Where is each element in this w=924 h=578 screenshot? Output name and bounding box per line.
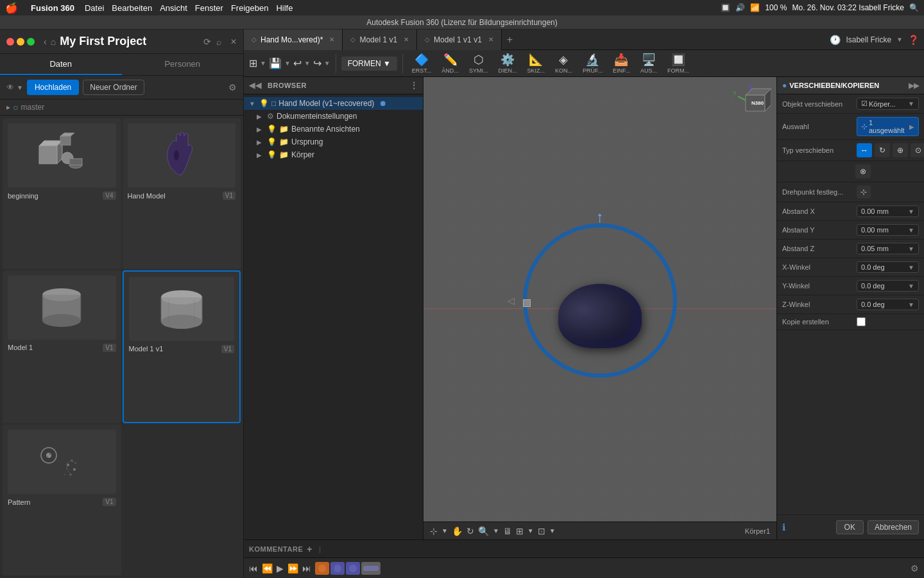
tool-kon[interactable]: ◈ KON... [551, 51, 576, 75]
tab-model1v1[interactable]: ◇ Model 1 v1 ✕ [343, 30, 417, 50]
xwinkel-dropdown[interactable]: ▼ [908, 264, 914, 271]
tool-einf[interactable]: 📥 EINF... [609, 51, 634, 75]
props-value-auswahl[interactable]: ⊹ 1 ausgewählt ▶ [857, 117, 919, 136]
grid-display-icon[interactable]: ⊞ [516, 526, 524, 536]
menu-datei[interactable]: Datei [85, 3, 104, 13]
abstandz-dropdown[interactable]: ▼ [908, 245, 914, 252]
type-rotate-btn[interactable]: ↻ [875, 143, 890, 157]
user-dropdown-icon[interactable]: ▼ [896, 36, 903, 43]
type-scale-btn[interactable]: ⊕ [893, 143, 908, 157]
move-handle-up[interactable]: ↑ [596, 208, 604, 226]
menu-ansicht[interactable]: Ansicht [160, 3, 187, 13]
file-item-beginning[interactable]: beginning V4 [3, 118, 121, 269]
props-expand-btn[interactable]: ▶▶ [909, 82, 919, 90]
type-point-btn[interactable]: ⊙ [911, 143, 924, 157]
home-icon[interactable]: ⌂ [51, 37, 56, 47]
zoom-icon[interactable]: 🔍 [478, 526, 489, 536]
props-value-zwinkel[interactable]: 0.0 deg ▼ [857, 299, 919, 310]
chevron-down-icon[interactable]: ▼ [17, 84, 23, 91]
tool-aend[interactable]: ✏️ ÄND... [438, 51, 463, 75]
tree-expand-arrow-2[interactable]: ▶ [257, 126, 264, 133]
browser-options-btn[interactable]: ⋮ [410, 81, 418, 90]
settings-gear-icon[interactable]: ⚙ [228, 82, 237, 92]
save-dropdown[interactable]: ▼ [284, 60, 291, 67]
file-item-model1[interactable]: Model 1 V1 [3, 270, 121, 424]
kommentar-add-icon[interactable]: + [307, 544, 312, 554]
undo-dropdown[interactable]: ▼ [304, 60, 311, 67]
cancel-button[interactable]: Abbrechen [868, 520, 919, 534]
props-info-icon[interactable]: ℹ [782, 522, 785, 532]
timeline-shape-3[interactable] [346, 562, 360, 575]
tree-item-ansichten[interactable]: ▶ 💡 📁 Benannte Ansichten [244, 123, 423, 136]
tool-symi[interactable]: ⬡ SYMI... [465, 51, 492, 75]
close-window-btn[interactable] [6, 38, 14, 46]
auswahl-dropdown-arrow[interactable]: ▶ [909, 123, 914, 130]
redo-btn[interactable]: ↪ ▼ [313, 57, 330, 69]
add-tab-button[interactable]: + [502, 34, 518, 46]
grid-display-dropdown[interactable]: ▼ [527, 527, 534, 534]
viewport[interactable]: ↑ ◁ X Y Z [424, 77, 776, 539]
props-value-xwinkel[interactable]: 0.0 deg ▼ [857, 261, 919, 273]
select-dropdown[interactable]: ▼ [441, 527, 448, 534]
timeline-start-btn[interactable]: ⏮ [249, 563, 258, 574]
props-value-abstandy[interactable]: 0.00 mm ▼ [857, 224, 919, 236]
transform-handle[interactable] [523, 299, 531, 307]
formen-button[interactable]: FORMEN ▼ [341, 57, 397, 71]
abstandx-dropdown[interactable]: ▼ [908, 208, 914, 215]
props-value-abstandz[interactable]: 0.05 mm ▼ [857, 243, 919, 254]
objekt-checkbox-icon[interactable]: ☑ [861, 100, 868, 108]
tree-record-icon-0[interactable]: ⏺ [379, 99, 387, 108]
viewport-options-dropdown[interactable]: ▼ [549, 527, 556, 534]
move-handle-left[interactable]: ◁ [508, 295, 515, 306]
tab-personen[interactable]: Personen [122, 54, 244, 75]
close-panel-icon[interactable]: ✕ [230, 37, 237, 46]
orbit-icon[interactable]: ↻ [466, 526, 474, 536]
timeline-play-btn[interactable]: ▶ [277, 563, 284, 574]
tree-expand-arrow-0[interactable]: ▼ [249, 100, 257, 107]
file-item-model1v1[interactable]: Model 1 v1 V1 [123, 270, 241, 424]
menu-bearbeiten[interactable]: Bearbeiten [112, 3, 152, 13]
tab-hand-model[interactable]: ◇ Hand Mo...vered)* ✕ [244, 30, 343, 50]
abstandy-dropdown[interactable]: ▼ [908, 227, 914, 234]
grid-view-btn[interactable]: ⊞ ▼ [249, 57, 266, 69]
ywinkel-dropdown[interactable]: ▼ [908, 283, 914, 290]
save-btn[interactable]: 💾 ▼ [269, 57, 291, 69]
search-panel-icon[interactable]: ⌕ [216, 37, 221, 47]
objekt-dropdown-arrow[interactable]: ▼ [908, 100, 914, 107]
browser-collapse-btn[interactable]: ◀◀ [249, 81, 261, 90]
redo-dropdown[interactable]: ▼ [324, 60, 330, 67]
menu-hilfe[interactable]: Hilfe [276, 3, 293, 13]
undo-btn[interactable]: ↩ ▼ [293, 57, 311, 69]
file-item-hand-model[interactable]: Hand Model V1 [123, 118, 241, 269]
drehpunkt-icon-btn[interactable]: ⊹ [857, 186, 871, 198]
zwinkel-dropdown[interactable]: ▼ [908, 301, 914, 308]
cube-orientation[interactable]: N380 [736, 82, 771, 119]
viewport-3d-object[interactable]: ↑ ◁ [523, 223, 677, 378]
tree-item-hand-model[interactable]: ▼ 💡 □ Hand Model (v1~recovered) ⏺ [244, 97, 423, 110]
tool-pruef[interactable]: 🔬 PRÜF... [579, 51, 606, 75]
zoom-dropdown[interactable]: ▼ [493, 527, 499, 534]
history-icon[interactable]: 🕐 [830, 35, 841, 45]
tool-skiz[interactable]: 📐 SKIZ... [523, 51, 549, 75]
display-icon[interactable]: 🖥 [503, 526, 512, 536]
grid-dropdown[interactable]: ▼ [260, 60, 266, 67]
back-arrow[interactable]: ‹ [44, 37, 47, 47]
tab-model1v1v1[interactable]: ◇ Model 1 v1 v1 ✕ [417, 30, 502, 50]
viewport-options-icon[interactable]: ⊡ [538, 526, 545, 536]
tool-form[interactable]: 🔲 FORM... [663, 51, 693, 75]
close-tab-0[interactable]: ✕ [329, 36, 334, 43]
ok-button[interactable]: OK [836, 520, 864, 534]
tab-daten[interactable]: Daten [0, 54, 122, 75]
tree-item-koerper[interactable]: ▶ 💡 📁 Körper [244, 148, 423, 161]
upload-button[interactable]: Hochladen [27, 80, 79, 95]
props-value-ywinkel[interactable]: 0.0 deg ▼ [857, 280, 919, 292]
tree-expand-arrow-4[interactable]: ▶ [257, 152, 264, 159]
timeline-shape-1[interactable] [315, 562, 329, 575]
props-value-abstandx[interactable]: 0.00 mm ▼ [857, 206, 919, 217]
close-tab-2[interactable]: ✕ [488, 36, 493, 43]
timeline-end-btn[interactable]: ⏭ [302, 563, 311, 574]
help-icon[interactable]: ❓ [908, 35, 919, 45]
timeline-next-btn[interactable]: ⏩ [287, 563, 298, 574]
tool-erst[interactable]: 🔷 ERST... [408, 51, 436, 75]
type-extra-btn[interactable]: ⊗ [855, 164, 871, 179]
